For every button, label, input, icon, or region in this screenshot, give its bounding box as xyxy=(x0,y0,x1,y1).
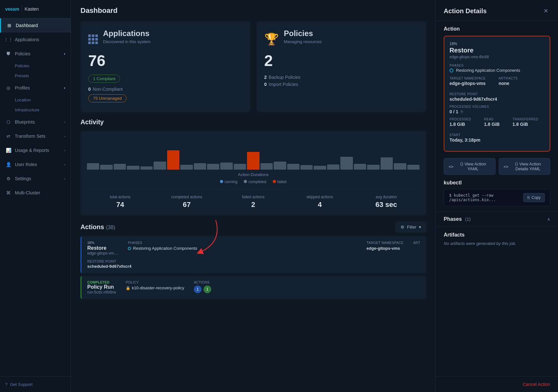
backup-policies-row: 2 Backup Policies xyxy=(264,75,419,80)
view-action-details-yaml-button[interactable]: <> ⟨⟩ View Action Details YAML xyxy=(499,158,551,175)
cancel-action-button[interactable]: Cancel Action xyxy=(436,376,558,392)
sidebar-item-label: Settings xyxy=(15,176,31,181)
policy-run-title: Policy Run xyxy=(87,284,116,290)
transferred-col: TRANSFERRED 1.8 GiB xyxy=(513,117,539,130)
stat-total: total actions 74 xyxy=(87,195,154,209)
kubectl-title: kubectl xyxy=(444,180,550,186)
actions-header: Actions (38) ⚙ Filter ▾ xyxy=(80,222,426,232)
copy-volumes-icon: ⎘ xyxy=(461,109,463,114)
chevron-right-icon: › xyxy=(64,163,65,166)
artifacts-section: Artifacts No artifacts were generated by… xyxy=(436,227,558,251)
yaml-buttons-row: <> ⟨⟩ View Action YAML <> ⟨⟩ View Action… xyxy=(436,158,558,180)
sidebar-item-profiles[interactable]: ◎ Profiles ▾ xyxy=(0,81,71,95)
action-row-policy-run[interactable]: COMPLETED Policy Run run-5cds mfo6rw POL… xyxy=(80,276,426,299)
legend-running: running xyxy=(224,180,237,184)
main-content: Dashboard Applications Discove xyxy=(71,0,436,392)
phases-value: Restoring Application Components xyxy=(133,246,197,251)
sidebar-sub-presets[interactable]: Presets xyxy=(0,71,71,81)
legend-completed: completed xyxy=(248,180,266,184)
non-compliant-row: 0 Non-Compliant xyxy=(88,87,242,92)
copy-label: Copy xyxy=(532,195,541,200)
dashboard-cards: Applications Discovered in this system 7… xyxy=(71,18,436,118)
yaml-btn2-label: ⟨⟩ View Action Details YAML xyxy=(510,162,545,171)
panel-header: Action Details ✕ xyxy=(436,0,558,21)
sidebar-item-usage-reports[interactable]: 📊 Usage & Reports › xyxy=(0,143,71,157)
restore-point-row: RESTORE POINT scheduled-9d67xfncr4 xyxy=(449,92,544,102)
applications-card-subtitle: Discovered in this system xyxy=(103,39,150,44)
sidebar-item-policies[interactable]: ⛊ Policies ▾ xyxy=(0,47,71,61)
logo-product: Kasten xyxy=(25,6,39,12)
close-button[interactable]: ✕ xyxy=(541,6,550,15)
sidebar-sub-policies[interactable]: Policies xyxy=(0,61,71,71)
chevron-up-icon: ∧ xyxy=(547,217,550,222)
stat-skipped: skipped actions 4 xyxy=(287,195,353,209)
sidebar-sub-infrastructure[interactable]: Infrastructure xyxy=(0,105,71,115)
applications-card-number: 76 xyxy=(88,52,242,70)
stats-detail-row: PROCESSED 1.8 GiB READ 1.8 GiB TRANSFERR… xyxy=(449,117,544,130)
legend-failed: failed xyxy=(277,180,287,184)
kubectl-box: $ kubectl get --raw /apis/actions.kio...… xyxy=(444,189,550,206)
restore-title: Restore xyxy=(87,245,118,251)
sidebar-item-label: Profiles xyxy=(15,85,30,90)
chevron-right-icon: › xyxy=(64,135,65,138)
chevron-down-icon: ▾ xyxy=(64,52,65,56)
actions-title: Actions xyxy=(80,223,104,231)
ns-artifacts-row: TARGET NAMESPACE edge-gitops-vms ARTIFAC… xyxy=(449,77,544,89)
sidebar: veeam Kasten ⊞ Dashboard ⋮⋮ Applications… xyxy=(0,0,71,392)
stats-row: total actions 74 completed actions 67 fa… xyxy=(87,189,420,209)
import-policies-row: 0 Import Policies xyxy=(264,82,419,87)
phases-title: Phases xyxy=(444,216,462,222)
stat-failed: failed actions 2 xyxy=(220,195,287,209)
chevron-down-icon: ▾ xyxy=(64,86,65,90)
chart-bars xyxy=(87,137,420,170)
start-row: START Today, 3:18pm xyxy=(449,133,544,143)
copy-button[interactable]: ⎘ Copy xyxy=(523,193,545,202)
copy-icon: ⎘ xyxy=(527,195,530,200)
right-panel: Action Details ✕ Action 18% Restore edge… xyxy=(436,0,558,392)
policies-card-title: Policies xyxy=(284,29,322,38)
phase-text: Restoring Application Components xyxy=(456,68,520,73)
filter-label: Filter xyxy=(407,225,416,229)
sidebar-item-blueprints[interactable]: ⬡ Blueprints › xyxy=(0,115,71,129)
sidebar-item-transform-sets[interactable]: ⇄ Transform Sets › xyxy=(0,129,71,143)
get-support-link[interactable]: ? Get Support xyxy=(0,377,71,392)
phases-header[interactable]: Phases (1) ∧ xyxy=(444,212,550,227)
view-action-yaml-button[interactable]: <> ⟨⟩ View Action YAML xyxy=(444,158,496,175)
action-col-actions: ACTIONS 1 1 xyxy=(194,280,211,294)
transform-icon: ⇄ xyxy=(5,133,12,139)
sidebar-sub-location[interactable]: Location xyxy=(0,95,71,105)
chart-icon: 📊 xyxy=(5,147,12,154)
action-col-phases: PHASES Restoring Application Components xyxy=(128,241,197,256)
cluster-icon: ⌘ xyxy=(5,190,12,196)
sidebar-item-multi-cluster[interactable]: ⌘ Multi-Cluster xyxy=(0,186,71,200)
filter-button[interactable]: ⚙ Filter ▾ xyxy=(396,222,426,232)
actions-count: (38) xyxy=(106,225,115,230)
action-col-namespace: TARGET NAMESPACE edge-gitops-vms xyxy=(366,241,403,256)
activity-section: Activity xyxy=(71,118,436,222)
action-col-policy: POLICY 🔒 k10-disaster-recovery-policy xyxy=(126,280,184,294)
policies-card-subtitle: Managing resources xyxy=(284,39,322,44)
action-restore-sub: edge-gitops-vms-6tc68 xyxy=(449,55,544,59)
sidebar-item-applications[interactable]: ⋮⋮ Applications xyxy=(0,33,71,47)
policy-run-sub: run-5cds mfo6rw xyxy=(87,290,116,294)
applications-card-title: Applications xyxy=(103,29,150,38)
processed-volumes-row: PROCESSED VOLUMES 0 / 1 ⎘ xyxy=(449,105,544,114)
sidebar-item-label: Policies xyxy=(15,51,30,56)
policy-icon: 🔒 xyxy=(126,286,130,290)
filter-chevron-icon: ▾ xyxy=(419,225,421,229)
policies-card-number: 2 xyxy=(264,52,419,70)
sidebar-item-user-roles[interactable]: 👤 User Roles › xyxy=(0,157,71,172)
action-row-restore[interactable]: 18% Restore edge-gitops-vm.... PHASES Re… xyxy=(80,236,426,273)
sidebar-item-label: User Roles xyxy=(15,162,37,167)
sidebar-item-settings[interactable]: ⚙ Settings › xyxy=(0,172,71,186)
chevron-right-icon: › xyxy=(64,149,65,152)
applications-icon: ⋮⋮ xyxy=(5,36,12,43)
sidebar-item-dashboard[interactable]: ⊞ Dashboard xyxy=(0,18,71,33)
sidebar-item-label: Usage & Reports xyxy=(15,148,49,153)
panel-action-section-title: Action xyxy=(444,26,550,32)
policies-icon: ⛊ xyxy=(5,51,12,57)
page-title: Dashboard xyxy=(71,0,436,18)
kubectl-section: kubectl $ kubectl get --raw /apis/action… xyxy=(436,180,558,211)
chevron-right-icon: › xyxy=(64,177,65,181)
sidebar-item-label: Blueprints xyxy=(15,119,35,125)
